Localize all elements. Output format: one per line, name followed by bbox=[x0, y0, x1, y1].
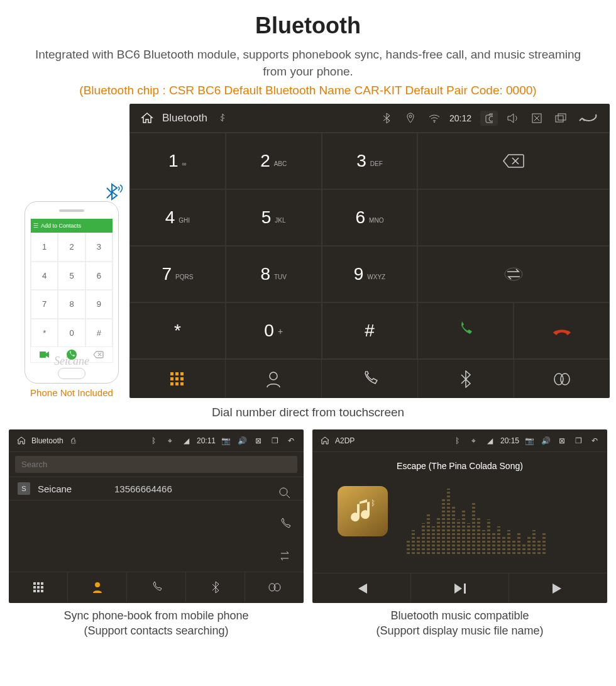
tab-history[interactable] bbox=[322, 360, 418, 398]
svg-point-32 bbox=[95, 582, 100, 587]
dialpad-key-1[interactable]: 1∞ bbox=[129, 133, 226, 189]
camera-icon[interactable] bbox=[480, 111, 498, 126]
contact-row[interactable]: S Seicane 13566664466 bbox=[9, 477, 304, 501]
svg-point-5 bbox=[489, 116, 493, 121]
recent-apps-icon[interactable] bbox=[552, 113, 569, 123]
camera-icon[interactable]: 📷 bbox=[523, 436, 536, 445]
volume-icon[interactable]: 🔊 bbox=[539, 436, 552, 445]
home-icon[interactable] bbox=[319, 436, 331, 446]
svg-rect-15 bbox=[180, 377, 184, 380]
dialpad-empty-1 bbox=[417, 189, 610, 246]
svg-rect-7 bbox=[556, 116, 563, 122]
app-title: A2DP bbox=[335, 436, 355, 445]
home-icon[interactable] bbox=[138, 111, 156, 125]
bluetooth-status-icon: ᛒ bbox=[451, 436, 464, 445]
bluetooth-status-icon bbox=[378, 113, 395, 124]
play-pause-button[interactable] bbox=[411, 573, 510, 603]
dialpad-key-7[interactable]: 7PQRS bbox=[129, 246, 226, 302]
wifi-icon: ◢ bbox=[180, 436, 193, 445]
music-caption: Bluetooth music compatible(Support displ… bbox=[312, 608, 607, 639]
svg-rect-10 bbox=[170, 372, 173, 375]
tab-bluetooth[interactable] bbox=[186, 572, 245, 602]
close-icon[interactable] bbox=[528, 113, 546, 124]
contact-badge: S bbox=[18, 482, 30, 495]
bluetooth-signal-icon bbox=[101, 182, 123, 204]
music-note-icon: ᛒ bbox=[338, 486, 388, 536]
svg-rect-14 bbox=[175, 377, 179, 380]
call-icon[interactable] bbox=[278, 518, 291, 531]
bluetooth-status-icon: ᛒ bbox=[148, 436, 160, 445]
tab-pair[interactable] bbox=[514, 360, 610, 398]
status-bar: Bluetooth 20:12 bbox=[129, 104, 610, 133]
sync-icon[interactable] bbox=[278, 550, 291, 562]
search-icon[interactable] bbox=[278, 487, 291, 499]
contact-name: Seicane bbox=[38, 484, 107, 494]
phone-topbar: ☰ Add to Contacts bbox=[31, 219, 113, 233]
recent-apps-icon[interactable]: ❐ bbox=[268, 436, 281, 445]
dialpad-swap-button[interactable] bbox=[417, 246, 610, 302]
svg-rect-17 bbox=[175, 382, 179, 385]
tab-history[interactable] bbox=[127, 572, 186, 602]
dialpad-key-star[interactable]: * bbox=[129, 302, 226, 359]
svg-point-19 bbox=[270, 372, 277, 380]
svg-point-9 bbox=[505, 268, 522, 280]
back-icon[interactable]: ↶ bbox=[285, 436, 297, 445]
volume-icon[interactable]: 🔊 bbox=[236, 436, 248, 445]
wifi-icon bbox=[426, 114, 443, 123]
back-icon[interactable] bbox=[576, 113, 601, 124]
home-icon[interactable] bbox=[15, 436, 28, 446]
wifi-icon: ◢ bbox=[484, 436, 497, 445]
dialpad-key-hash[interactable]: # bbox=[322, 302, 418, 359]
head-unit-dialer: Bluetooth 20:12 1∞ 2ABC 3DEF 4GHI 5JKL 6… bbox=[129, 104, 610, 398]
svg-rect-24 bbox=[37, 582, 40, 585]
camera-icon[interactable]: 📷 bbox=[219, 436, 232, 445]
previous-track-button[interactable] bbox=[312, 573, 411, 603]
dialpad-key-2[interactable]: 2ABC bbox=[226, 133, 322, 189]
volume-icon[interactable] bbox=[504, 113, 522, 124]
dialpad-key-3[interactable]: 3DEF bbox=[322, 133, 418, 189]
tab-contacts[interactable] bbox=[68, 572, 127, 602]
dialpad-key-9[interactable]: 9WXYZ bbox=[322, 246, 418, 302]
tab-pair[interactable] bbox=[245, 572, 304, 602]
svg-rect-25 bbox=[41, 582, 43, 585]
close-icon[interactable]: ⊠ bbox=[252, 436, 265, 445]
svg-rect-18 bbox=[180, 382, 184, 385]
svg-rect-31 bbox=[41, 590, 43, 592]
search-input[interactable] bbox=[15, 456, 297, 473]
svg-rect-16 bbox=[170, 382, 173, 385]
tab-bluetooth[interactable] bbox=[418, 360, 514, 398]
usb-icon bbox=[214, 113, 231, 123]
phonebook-panel: Bluetooth ⎙ ᛒ ⌖ ◢ 20:11 📷 🔊 ⊠ ❐ ↶ S Seic… bbox=[9, 429, 304, 603]
close-icon[interactable]: ⊠ bbox=[556, 436, 568, 445]
svg-point-22 bbox=[280, 488, 287, 495]
dialpad-key-8[interactable]: 8TUV bbox=[226, 246, 322, 302]
location-icon bbox=[402, 113, 419, 124]
dialpad-key-0[interactable]: 0+ bbox=[226, 302, 322, 359]
dialpad: 1∞ 2ABC 3DEF 4GHI 5JKL 6MNO 7PQRS 8TUV 9… bbox=[129, 133, 610, 359]
dialpad-call-button[interactable] bbox=[417, 302, 514, 359]
svg-rect-8 bbox=[558, 114, 566, 120]
app-title: Bluetooth bbox=[162, 112, 207, 124]
app-title: Bluetooth bbox=[31, 436, 63, 445]
dialpad-key-6[interactable]: 6MNO bbox=[322, 189, 418, 246]
svg-rect-29 bbox=[33, 590, 36, 592]
usb-icon: ⎙ bbox=[67, 436, 80, 445]
bottom-tabs bbox=[129, 359, 610, 398]
back-icon[interactable]: ↶ bbox=[588, 436, 601, 445]
tab-dialpad[interactable] bbox=[129, 360, 226, 398]
dialpad-backspace[interactable] bbox=[417, 133, 610, 189]
dialpad-key-4[interactable]: 4GHI bbox=[129, 189, 226, 246]
phone-mockup: ☰ Add to Contacts 123 456 789 *0# Seican… bbox=[19, 201, 124, 398]
svg-rect-13 bbox=[170, 377, 173, 380]
next-track-button[interactable] bbox=[509, 573, 607, 603]
music-panel: A2DP ᛒ ⌖ ◢ 20:15 📷 🔊 ⊠ ❐ ↶ Escape (The P… bbox=[312, 429, 607, 603]
dialpad-key-5[interactable]: 5JKL bbox=[226, 189, 322, 246]
dialpad-hangup-button[interactable] bbox=[514, 302, 610, 359]
tab-dialpad[interactable] bbox=[9, 572, 68, 602]
svg-rect-30 bbox=[37, 590, 40, 592]
tab-contacts[interactable] bbox=[226, 360, 322, 398]
svg-rect-0 bbox=[40, 351, 46, 358]
recent-apps-icon[interactable]: ❐ bbox=[572, 436, 585, 445]
svg-rect-36 bbox=[464, 584, 466, 594]
svg-point-21 bbox=[561, 373, 569, 385]
